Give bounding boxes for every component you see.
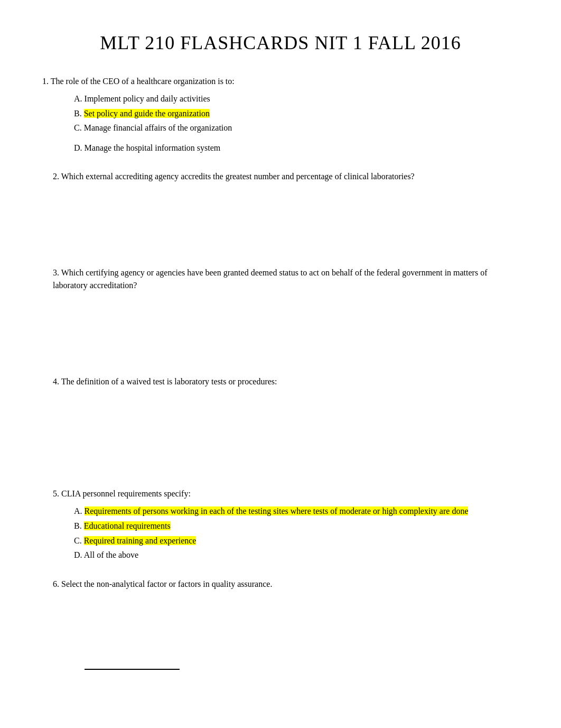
q5-option-b-label: B. — [74, 521, 82, 530]
q4-number: 4. — [53, 377, 59, 386]
q5-option-d-label: D. — [74, 550, 82, 559]
page-container: MLT 210 FLASHCARDS NIT 1 FALL 2016 1. Th… — [42, 32, 519, 670]
q1-option-b-text: Set policy and guide the organization — [84, 109, 210, 118]
q5-option-c-label: C. — [74, 536, 82, 545]
q1-number: 1. — [42, 77, 49, 86]
questions-container: 1. The role of the CEO of a healthcare o… — [42, 75, 519, 670]
question-5: 5. CLIA personnel requirements specify: … — [42, 487, 519, 561]
q1-body: The role of the CEO of a healthcare orga… — [51, 77, 235, 86]
q6-body: Select the non-analytical factor or fact… — [61, 579, 272, 588]
q5-option-a: A. Requirements of persons working in ea… — [74, 504, 519, 518]
q6-spacer — [42, 595, 519, 637]
q5-option-c: C. Required training and experience — [74, 534, 519, 548]
q2-number: 2. — [53, 172, 59, 181]
q5-option-d-text: All of the above — [84, 550, 139, 559]
q5-option-a-label: A. — [74, 506, 82, 515]
q1-option-b: B. Set policy and guide the organization — [74, 107, 519, 121]
q1-option-c-text: Manage financial affairs of the organiza… — [84, 123, 232, 132]
q1-option-a-label: A. — [74, 94, 82, 103]
q5-option-b-text: Educational requirements — [84, 521, 171, 530]
q5-option-a-text: Requirements of persons working in each … — [85, 506, 469, 515]
q5-option-b: B. Educational requirements — [74, 519, 519, 533]
question-5-text: 5. CLIA personnel requirements specify: — [42, 487, 519, 500]
question-3-text: 3. Which certifying agency or agencies h… — [42, 266, 519, 292]
question-1-text: 1. The role of the CEO of a healthcare o… — [42, 75, 519, 88]
question-4-text: 4. The definition of a waived test is la… — [42, 375, 519, 388]
q3-body: Which certifying agency or agencies have… — [53, 268, 488, 290]
q3-spacer — [42, 296, 519, 360]
q2-body: Which external accrediting agency accred… — [61, 172, 415, 181]
q1-option-a: A. Implement policy and daily activities — [74, 92, 519, 106]
q3-number: 3. — [53, 268, 59, 277]
q5-body: CLIA personnel requirements specify: — [61, 489, 191, 498]
q1-option-c: C. Manage financial affairs of the organ… — [74, 121, 519, 135]
q1-option-d-label: D. — [74, 143, 82, 152]
q4-spacer — [42, 392, 519, 472]
q5-number: 5. — [53, 489, 59, 498]
q2-spacer — [42, 187, 519, 251]
question-6-text: 6. Select the non-analytical factor or f… — [42, 578, 519, 591]
q6-number: 6. — [53, 579, 59, 588]
q1-options: A. Implement policy and daily activities… — [42, 92, 519, 154]
q5-option-d: D. All of the above — [74, 548, 519, 562]
q1-option-b-label: B. — [74, 109, 82, 118]
q1-option-c-label: C. — [74, 123, 82, 132]
q4-body: The definition of a waived test is labor… — [61, 377, 277, 386]
question-1: 1. The role of the CEO of a healthcare o… — [42, 75, 519, 154]
q5-options: A. Requirements of persons working in ea… — [42, 504, 519, 561]
q1-option-d: D. Manage the hospital information syste… — [74, 141, 519, 155]
question-2: 2. Which external accrediting agency acc… — [42, 170, 519, 251]
page-title: MLT 210 FLASHCARDS NIT 1 FALL 2016 — [42, 32, 519, 54]
bottom-line — [85, 669, 180, 670]
q1-option-a-text: Implement policy and daily activities — [85, 94, 210, 103]
question-4: 4. The definition of a waived test is la… — [42, 375, 519, 472]
q1-option-d-text: Manage the hospital information system — [85, 143, 221, 152]
q5-option-c-text: Required training and experience — [84, 536, 197, 545]
question-6: 6. Select the non-analytical factor or f… — [42, 578, 519, 637]
question-3: 3. Which certifying agency or agencies h… — [42, 266, 519, 360]
question-2-text: 2. Which external accrediting agency acc… — [42, 170, 519, 183]
